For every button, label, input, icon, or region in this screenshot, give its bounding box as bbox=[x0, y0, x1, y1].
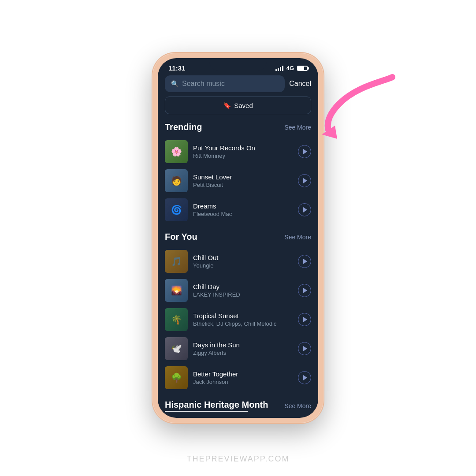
track-artist: Jack Johnson bbox=[193, 379, 293, 385]
track-info: Tropical Sunset Bthelick, DJ Clipps, Chi… bbox=[193, 312, 293, 327]
track-art-records: 🌸 bbox=[165, 140, 188, 163]
trending-section-header: Trending See More bbox=[165, 122, 311, 132]
track-item: 🧑 Sunset Lover Petit Biscuit bbox=[165, 167, 311, 195]
play-icon bbox=[303, 288, 307, 293]
trending-track-list: 🌸 Put Your Records On Ritt Momney 🧑 bbox=[165, 138, 311, 224]
track-title: Days in the Sun bbox=[193, 341, 293, 349]
play-icon bbox=[303, 375, 307, 380]
bookmark-icon: 🔖 bbox=[223, 101, 231, 109]
search-row: 🔍 Search music Cancel bbox=[165, 75, 311, 92]
main-content: 🔍 Search music Cancel 🔖 Saved Trending S… bbox=[158, 75, 318, 412]
track-item: 🌴 Tropical Sunset Bthelick, DJ Clipps, C… bbox=[165, 305, 311, 334]
track-item: 🕊️ Days in the Sun Ziggy Alberts bbox=[165, 335, 311, 363]
play-button[interactable] bbox=[298, 174, 311, 187]
track-artist: Fleetwood Mac bbox=[193, 211, 293, 217]
track-title: Better Together bbox=[193, 370, 293, 378]
track-info: Sunset Lover Petit Biscuit bbox=[193, 173, 293, 188]
track-art-better: 🌳 bbox=[165, 366, 188, 389]
hispanic-heritage-header: Hispanic Heritage Month See More bbox=[165, 400, 311, 412]
track-info: Days in the Sun Ziggy Alberts bbox=[193, 341, 293, 356]
play-icon bbox=[303, 207, 307, 212]
track-art-tropical: 🌴 bbox=[165, 308, 188, 331]
play-button[interactable] bbox=[298, 342, 311, 355]
status-icons: 4G bbox=[275, 65, 308, 71]
network-label: 4G bbox=[286, 65, 294, 71]
play-icon bbox=[303, 178, 307, 183]
track-title: Put Your Records On bbox=[193, 144, 293, 152]
search-input-wrap[interactable]: 🔍 Search music bbox=[165, 75, 285, 92]
for-you-section-header: For You See More bbox=[165, 232, 311, 242]
track-item: 🌀 Dreams Fleetwood Mac bbox=[165, 196, 311, 224]
play-icon bbox=[303, 346, 307, 351]
phone-notch bbox=[209, 58, 267, 71]
play-icon bbox=[303, 317, 307, 322]
phone-frame: 11:31 4G 🔍 Search music bbox=[152, 53, 324, 423]
status-time: 11:31 bbox=[168, 64, 185, 72]
saved-label: Saved bbox=[234, 102, 253, 109]
play-button[interactable] bbox=[298, 371, 311, 384]
svg-marker-0 bbox=[322, 126, 337, 139]
track-item: 🎵 Chill Out Youngie bbox=[165, 247, 311, 275]
track-artist: Youngie bbox=[193, 262, 293, 269]
track-art-sunset: 🧑 bbox=[165, 169, 188, 192]
track-info: Chill Day LAKEY INSPIRED bbox=[193, 283, 293, 298]
phone-screen: 11:31 4G 🔍 Search music bbox=[158, 58, 318, 418]
search-icon: 🔍 bbox=[171, 80, 178, 87]
track-item: 🌳 Better Together Jack Johnson bbox=[165, 364, 311, 392]
section-underline bbox=[165, 411, 248, 412]
track-art-days: 🕊️ bbox=[165, 337, 188, 360]
track-artist: Ritt Momney bbox=[193, 152, 293, 159]
track-info: Better Together Jack Johnson bbox=[193, 370, 293, 385]
hispanic-heritage-title: Hispanic Heritage Month bbox=[165, 400, 268, 409]
track-artist: Bthelick, DJ Clipps, Chill Melodic bbox=[193, 320, 293, 327]
battery-icon bbox=[297, 66, 308, 71]
trending-title: Trending bbox=[165, 122, 202, 132]
play-button[interactable] bbox=[298, 255, 311, 268]
track-title: Tropical Sunset bbox=[193, 312, 293, 320]
play-icon bbox=[303, 149, 307, 154]
track-art-chillout: 🎵 bbox=[165, 250, 188, 273]
saved-button[interactable]: 🔖 Saved bbox=[165, 97, 311, 114]
signal-bars bbox=[275, 66, 283, 71]
for-you-see-more[interactable]: See More bbox=[284, 234, 311, 241]
play-icon bbox=[303, 259, 307, 264]
play-button[interactable] bbox=[298, 203, 311, 216]
play-button[interactable] bbox=[298, 284, 311, 297]
track-title: Chill Out bbox=[193, 254, 293, 261]
play-button[interactable] bbox=[298, 313, 311, 326]
track-title: Sunset Lover bbox=[193, 173, 293, 181]
hispanic-see-more[interactable]: See More bbox=[284, 402, 311, 409]
track-art-dreams: 🌀 bbox=[165, 198, 188, 221]
for-you-title: For You bbox=[165, 232, 197, 242]
track-title: Dreams bbox=[193, 202, 293, 210]
cancel-button[interactable]: Cancel bbox=[289, 80, 311, 88]
track-title: Chill Day bbox=[193, 283, 293, 290]
for-you-track-list: 🎵 Chill Out Youngie 🌄 bbox=[165, 247, 311, 392]
trending-see-more[interactable]: See More bbox=[284, 124, 311, 131]
play-button[interactable] bbox=[298, 145, 311, 158]
search-placeholder: Search music bbox=[182, 80, 225, 88]
track-artist: LAKEY INSPIRED bbox=[193, 291, 293, 298]
track-item: 🌸 Put Your Records On Ritt Momney bbox=[165, 138, 311, 166]
track-artist: Ziggy Alberts bbox=[193, 350, 293, 356]
watermark: THEPREVIEWAPP.COM bbox=[186, 454, 289, 464]
track-art-chillday: 🌄 bbox=[165, 279, 188, 302]
track-info: Put Your Records On Ritt Momney bbox=[193, 144, 293, 159]
track-artist: Petit Biscuit bbox=[193, 182, 293, 188]
track-item: 🌄 Chill Day LAKEY INSPIRED bbox=[165, 276, 311, 305]
track-info: Dreams Fleetwood Mac bbox=[193, 202, 293, 217]
track-info: Chill Out Youngie bbox=[193, 254, 293, 269]
